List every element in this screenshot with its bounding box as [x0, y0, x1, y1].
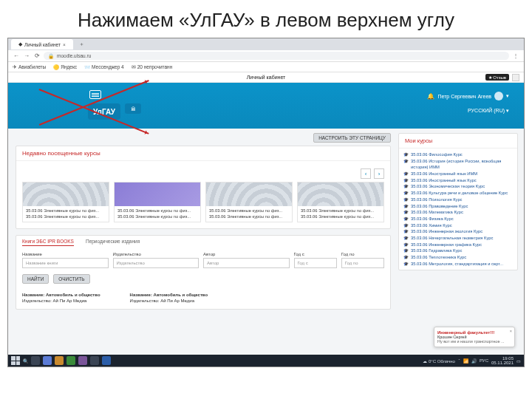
user-menu[interactable]: 🔔 Петр Сергеевич Агеев ▾	[427, 92, 509, 100]
close-icon[interactable]: ×	[510, 329, 512, 333]
course-link[interactable]: 35.03.06 Физика Курс	[403, 216, 513, 222]
field-label: Издательство	[113, 252, 200, 256]
result-item[interactable]: Название: Автомобиль и общество Издатель…	[22, 293, 100, 303]
input-language[interactable]: РУС	[480, 358, 488, 363]
taskbar-app-icon[interactable]	[90, 356, 99, 365]
course-tile[interactable]: 35.03.06 Элективные курсы по физ...35.03…	[205, 182, 293, 222]
course-link[interactable]: 35.03.06 Правоведение Курс	[403, 203, 513, 210]
taskbar-app-icon[interactable]	[55, 356, 64, 365]
start-button[interactable]	[11, 356, 20, 365]
avatar[interactable]	[494, 92, 503, 100]
bookmark-icon: 🟡	[53, 64, 59, 70]
course-thumbnail	[23, 183, 109, 206]
back-icon[interactable]: ←	[13, 52, 20, 60]
year-from-input[interactable]: Год с	[294, 258, 337, 268]
tray-chevron-icon[interactable]: ˄	[458, 358, 460, 364]
tab-books[interactable]: Книги ЭБС IPR BOOKS	[22, 239, 74, 246]
course-list: 35.03.06 Философия Курс35.03.06 История …	[399, 149, 517, 270]
extensions-icon[interactable]: ⋮	[512, 52, 519, 60]
popup-message: Ну вот им и нашли транспортное ...	[437, 339, 511, 344]
search-results: Название: Автомобиль и общество Издатель…	[16, 290, 390, 309]
reload-icon[interactable]: ⟳	[33, 52, 41, 60]
my-courses-card: Мои курсы 35.03.06 Философия Курс35.03.0…	[398, 133, 518, 270]
book-search-tabs: Книги ЭБС IPR BOOKS Периодические издани…	[16, 236, 390, 246]
bookmark-icon: ✈	[13, 64, 17, 70]
course-link[interactable]: 35.03.06 Метрология, стандартизация и се…	[403, 261, 513, 267]
course-link[interactable]: 35.03.06 Теплотехника Курс	[403, 254, 513, 261]
course-tile[interactable]: 35.03.06 Элективные курсы по физ...35.03…	[114, 182, 201, 222]
taskbar-app-icon[interactable]	[43, 356, 52, 365]
bookmark-item[interactable]: ✉20 непрочитанн	[132, 64, 173, 70]
search-icon[interactable]: 🔍	[23, 358, 28, 364]
field-label: Год по	[341, 252, 384, 256]
new-tab-button[interactable]: ＋	[75, 41, 84, 48]
taskbar-app-icon[interactable]	[102, 356, 111, 365]
language-selector[interactable]: РУССКИЙ (RU) ▾	[468, 108, 509, 114]
author-input[interactable]: Автор	[203, 258, 290, 268]
clear-button[interactable]: ОЧИСТИТЬ	[53, 274, 89, 284]
course-link[interactable]: 35.03.06 Иностранный язык ИММ	[403, 171, 513, 177]
course-link[interactable]: 35.03.06 Химия Курс	[403, 222, 513, 229]
year-to-input[interactable]: Год по	[341, 258, 384, 268]
course-link[interactable]: 35.03.06 Экономическая теория Курс	[403, 183, 513, 190]
bookmark-item[interactable]: 🟡Яндекс	[53, 64, 77, 70]
volume-icon[interactable]: 🔊	[471, 358, 477, 364]
find-button[interactable]: НАЙТИ	[22, 274, 49, 284]
hamburger-menu-icon[interactable]	[89, 90, 101, 99]
content-area: НАСТРОИТЬ ЭТУ СТРАНИЦУ Недавно посещенны…	[8, 129, 524, 355]
lock-icon: 🔒	[48, 53, 54, 59]
theme-icon[interactable]	[512, 74, 519, 81]
notifications-tray-icon[interactable]: ▭	[516, 358, 521, 364]
forward-icon[interactable]: →	[23, 52, 30, 60]
taskbar-app-icon[interactable]	[78, 356, 87, 365]
bookmarks-bar: ✈Авиабилеты 🟡Яндекс 📨Мессенджер 4 ✉20 не…	[8, 62, 524, 72]
my-courses-title: Мои курсы	[399, 134, 517, 149]
course-link[interactable]: 35.03.06 Психология Курс	[403, 197, 513, 203]
course-tile[interactable]: 35.03.06 Элективные курсы по физ...35.03…	[22, 182, 109, 222]
bookmark-item[interactable]: 📨Мессенджер 4	[84, 64, 124, 70]
close-tab-icon[interactable]: ×	[63, 42, 66, 47]
page-heading: Личный кабинет	[247, 75, 286, 80]
chat-popup[interactable]: × Инженерный факультет!!! Крошин Сергей …	[434, 327, 515, 347]
main-column: НАСТРОИТЬ ЭТУ СТРАНИЦУ Недавно посещенны…	[8, 129, 398, 355]
course-link[interactable]: 35.03.06 Начертательная геометрия Курс	[403, 235, 513, 242]
result-item[interactable]: Название: Автомобиль и общество Издатель…	[130, 293, 208, 303]
browser-tab[interactable]: ◆ Личный кабинет ×	[11, 39, 73, 50]
screenshot-region: ◆ Личный кабинет × ＋ ← → ⟳ 🔒 moodle.ulsa…	[7, 38, 525, 367]
notifications-icon[interactable]: 🔔	[427, 93, 434, 100]
institution-badge[interactable]: 🏛	[125, 103, 141, 114]
tab-periodicals[interactable]: Периодические издания	[86, 239, 140, 246]
field-label: Название	[22, 252, 109, 256]
course-link[interactable]: 35.03.06 Культура речи и деловое общение…	[403, 190, 513, 197]
chevron-down-icon[interactable]: ▾	[506, 93, 509, 99]
taskbar-app-icon[interactable]	[66, 356, 75, 365]
weather-widget[interactable]: ☁ 0°C Облачно	[423, 358, 455, 364]
configure-page-button[interactable]: НАСТРОИТЬ ЭТУ СТРАНИЦУ	[313, 133, 391, 143]
taskbar-app-icon[interactable]	[31, 356, 40, 365]
url-field[interactable]: 🔒 moodle.ulsau.ru	[44, 52, 509, 60]
slide-title: Нажимаем «УлГАУ» в левом верхнем углу	[0, 0, 532, 38]
course-tile[interactable]: 35.03.06 Элективные курсы по физ...35.03…	[297, 182, 384, 222]
course-link[interactable]: 35.03.06 Философия Курс	[403, 151, 513, 158]
browser-tab-strip: ◆ Личный кабинет × ＋	[8, 38, 524, 50]
site-header: УлГАУ 🏛 🔔 Петр Сергеевич Агеев ▾ РУССКИЙ…	[8, 83, 524, 129]
book-name-input[interactable]: Название книги	[22, 258, 109, 268]
course-link[interactable]: 35.03.06 Гидравлика Курс	[403, 248, 513, 254]
recent-courses-card: Недавно посещенные курсы ‹ › 35.03.06 Эл…	[16, 146, 391, 229]
wifi-icon[interactable]: 📶	[463, 358, 468, 364]
course-link[interactable]: 35.03.06 Иностранный язык Курс	[403, 177, 513, 184]
system-tray[interactable]: ☁ 0°C Облачно ˄ 📶 🔊 РУС 19:05 05.11.2021…	[423, 356, 521, 365]
course-link[interactable]: 35.03.06 История (история России, всеобщ…	[403, 158, 513, 171]
course-link[interactable]: 35.03.06 Инженерная графика Курс	[403, 242, 513, 248]
bookmark-icon: 📨	[84, 64, 90, 70]
recent-prev-button[interactable]: ‹	[361, 168, 371, 179]
course-link[interactable]: 35.03.06 Математика Курс	[403, 209, 513, 216]
course-link[interactable]: 35.03.06 Инженерная экология Курс	[403, 228, 513, 235]
publisher-input[interactable]: Издательство	[113, 258, 200, 268]
field-label: Год с	[294, 252, 337, 256]
bookmark-item[interactable]: ✈Авиабилеты	[13, 64, 46, 70]
recent-next-button[interactable]: ›	[374, 168, 384, 179]
clock[interactable]: 19:05 05.11.2021	[491, 356, 514, 365]
url-text: moodle.ulsau.ru	[57, 53, 91, 58]
feedback-button[interactable]: ★ Отзыв	[485, 74, 509, 81]
